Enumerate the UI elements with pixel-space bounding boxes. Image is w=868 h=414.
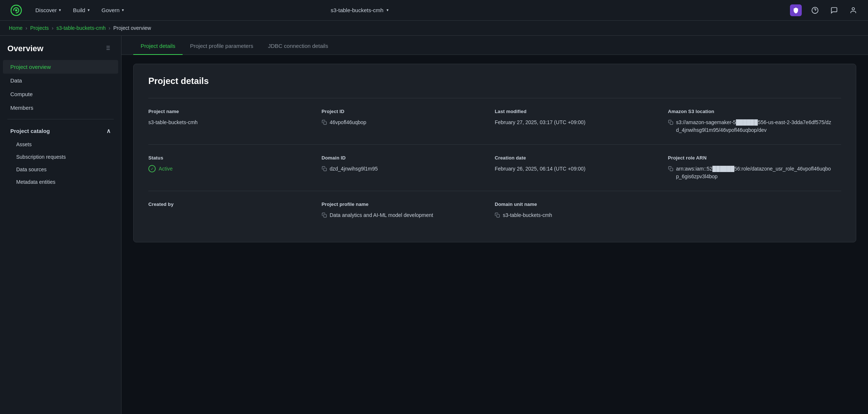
user-icon[interactable] [847, 4, 859, 16]
detail-label-project-name: Project name [148, 109, 313, 114]
project-details-panel: Project details Project name s3-table-bu… [133, 64, 856, 242]
detail-value-creation-date: February 26, 2025, 06:14 (UTC +09:00) [495, 165, 659, 173]
chevron-up-icon: ∧ [106, 127, 111, 134]
sidebar-item-data[interactable]: Data [3, 74, 118, 87]
detail-value-s3-location: s3://amazon-sagemaker-5██████556-us-east… [668, 119, 833, 134]
sidebar-item-data-sources[interactable]: Data sources [3, 163, 118, 176]
chevron-down-icon: ▾ [59, 8, 61, 13]
breadcrumb-sep-3: › [109, 25, 110, 31]
sidebar-item-members[interactable]: Members [3, 101, 118, 115]
project-selector[interactable]: s3-table-buckets-cmh ▾ [331, 7, 388, 13]
detail-label-creation-date: Creation date [495, 155, 659, 161]
tabs-bar: Project details Project profile paramete… [121, 36, 868, 55]
sidebar-header: Overview [0, 43, 121, 60]
detail-value-project-id: 46vpofl46uqbop [322, 119, 486, 127]
sidebar-title: Overview [7, 44, 43, 53]
nav-govern[interactable]: Govern ▾ [102, 7, 124, 13]
status-circle-icon: ✓ [148, 165, 156, 172]
breadcrumb: Home › Projects › s3-table-buckets-cmh ›… [0, 21, 868, 36]
detail-label-last-modified: Last modified [495, 109, 659, 114]
top-navigation: Discover ▾ Build ▾ Govern ▾ s3-table-buc… [0, 0, 868, 21]
sidebar-item-subscription-requests[interactable]: Subscription requests [3, 151, 118, 163]
detail-label-status: Status [148, 155, 313, 161]
chat-icon[interactable] [828, 4, 840, 16]
logo[interactable] [9, 3, 24, 18]
svg-rect-10 [670, 168, 673, 171]
detail-project-role-arn: Project role ARN arn:aws:iam::52██████56… [668, 144, 841, 191]
breadcrumb-sep: › [25, 25, 27, 31]
svg-rect-9 [324, 168, 327, 171]
panel-title: Project details [148, 76, 841, 86]
detail-domain-unit-name: Domain unit name s3-table-buckets-cmh [495, 191, 668, 230]
detail-project-profile-name: Project profile name Data analytics and … [322, 191, 495, 230]
detail-row-3: Created by Project profile name Data ana… [148, 191, 841, 230]
nav-right-icons [790, 4, 859, 16]
sidebar-item-compute[interactable]: Compute [3, 87, 118, 101]
nav-build[interactable]: Build ▾ [73, 7, 89, 13]
detail-label-domain-unit-name: Domain unit name [495, 201, 659, 207]
detail-creation-date: Creation date February 26, 2025, 06:14 (… [495, 144, 668, 191]
detail-label-s3-location: Amazon S3 location [668, 109, 833, 114]
sidebar-item-project-overview[interactable]: Project overview [3, 60, 118, 74]
check-icon: ✓ [151, 166, 154, 171]
detail-s3-location: Amazon S3 location s3://amazon-sagemaker… [668, 98, 841, 144]
detail-row-1: Project name s3-table-buckets-cmh Projec… [148, 98, 841, 144]
tab-project-details[interactable]: Project details [133, 38, 183, 55]
detail-value-project-profile-name: Data analytics and AI-ML model developme… [322, 211, 486, 220]
copy-icon-project-role-arn[interactable] [668, 166, 673, 173]
svg-rect-8 [670, 122, 673, 124]
detail-label-created-by: Created by [148, 201, 313, 207]
chevron-down-icon: ▾ [122, 8, 124, 13]
chevron-down-icon: ▾ [387, 8, 389, 13]
sidebar-section-project-catalog[interactable]: Project catalog ∧ [3, 124, 118, 138]
tab-project-profile-parameters[interactable]: Project profile parameters [183, 38, 261, 55]
main-content: Project details Project profile paramete… [121, 36, 868, 414]
detail-value-domain-unit-name: s3-table-buckets-cmh [495, 211, 659, 220]
copy-icon-project-id[interactable] [322, 119, 327, 127]
sidebar-item-metadata-entities[interactable]: Metadata entities [3, 176, 118, 188]
copy-icon-domain-unit-name[interactable] [495, 212, 500, 220]
nav-discover[interactable]: Discover ▾ [35, 7, 61, 13]
sidebar-item-assets[interactable]: Assets [3, 138, 118, 151]
detail-last-modified: Last modified February 27, 2025, 03:17 (… [495, 98, 668, 144]
help-icon[interactable] [809, 4, 821, 16]
breadcrumb-home[interactable]: Home [9, 25, 22, 31]
breadcrumb-projects[interactable]: Projects [30, 25, 49, 31]
detail-value-project-name: s3-table-buckets-cmh [148, 119, 313, 126]
detail-label-domain-id: Domain ID [322, 155, 486, 161]
detail-empty [668, 191, 841, 230]
svg-rect-11 [324, 214, 327, 217]
svg-rect-7 [324, 122, 327, 124]
copy-icon-project-profile-name[interactable] [322, 212, 327, 220]
detail-value-project-role-arn: arn:aws:iam::52██████56:role/datazone_us… [668, 165, 833, 180]
detail-created-by: Created by [148, 191, 322, 230]
breadcrumb-current: Project overview [113, 25, 151, 31]
tab-jdbc-connection-details[interactable]: JDBC connection details [261, 38, 335, 55]
detail-label-project-role-arn: Project role ARN [668, 155, 833, 161]
main-layout: Overview Project overview Data Compute M… [0, 36, 868, 414]
detail-label-project-profile-name: Project profile name [322, 201, 486, 207]
detail-row-2: Status ✓ Active Domain ID [148, 144, 841, 191]
sidebar: Overview Project overview Data Compute M… [0, 36, 121, 414]
detail-domain-id: Domain ID dzd_4jnwihsg9l1m95 [322, 144, 495, 191]
copy-icon-s3-location[interactable] [668, 119, 673, 127]
detail-project-name: Project name s3-table-buckets-cmh [148, 98, 322, 144]
breadcrumb-sep-2: › [52, 25, 54, 31]
sidebar-collapse-button[interactable] [104, 43, 114, 54]
detail-status: Status ✓ Active [148, 144, 322, 191]
svg-point-3 [852, 7, 855, 10]
detail-value-domain-id: dzd_4jnwihsg9l1m95 [322, 165, 486, 173]
status-badge: ✓ Active [148, 165, 313, 172]
sidebar-divider [7, 119, 114, 119]
copy-icon-domain-id[interactable] [322, 166, 327, 173]
svg-point-0 [15, 9, 17, 11]
chevron-down-icon: ▾ [88, 8, 90, 13]
detail-value-last-modified: February 27, 2025, 03:17 (UTC +09:00) [495, 119, 659, 126]
svg-rect-12 [497, 214, 500, 217]
detail-project-id: Project ID 46vpofl46uqbop [322, 98, 495, 144]
detail-label-project-id: Project ID [322, 109, 486, 114]
shield-icon[interactable] [790, 4, 802, 16]
breadcrumb-project[interactable]: s3-table-buckets-cmh [56, 25, 106, 31]
